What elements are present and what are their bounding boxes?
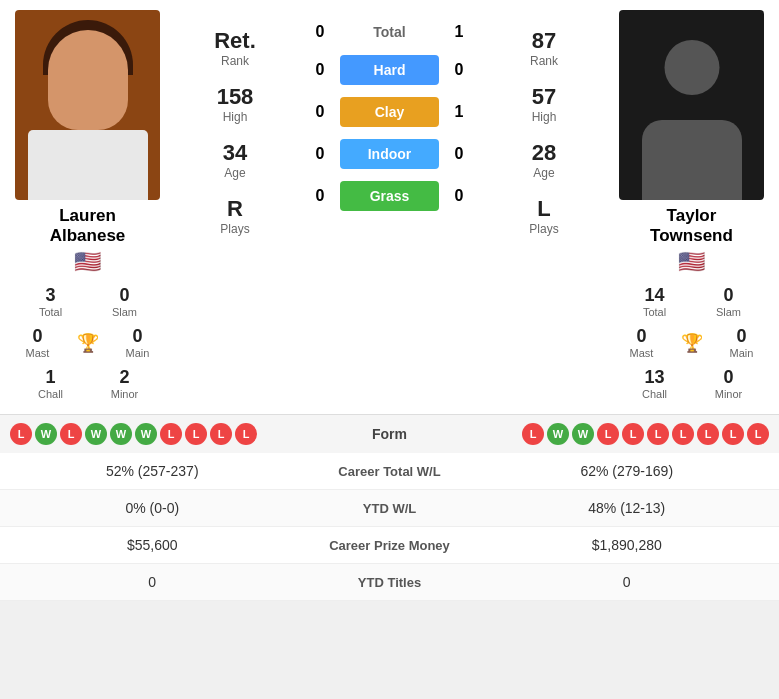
grass-button[interactable]: Grass: [340, 181, 439, 211]
right-middle-stats: 87 Rank 57 High 28 Age L Plays: [484, 10, 604, 404]
left-player-name: Lauren Albanese: [50, 206, 126, 246]
data-row-left-value: 0% (0-0): [15, 500, 290, 516]
left-minor-stat: 2 Minor: [90, 367, 160, 400]
data-row-center-label: Career Prize Money: [290, 538, 490, 553]
form-badge: W: [547, 423, 569, 445]
player-section: Lauren Albanese 🇺🇸 3 Total 0 Slam 0 Mast: [0, 0, 779, 414]
form-badge: L: [10, 423, 32, 445]
main-container: Lauren Albanese 🇺🇸 3 Total 0 Slam 0 Mast: [0, 0, 779, 601]
form-badge: L: [160, 423, 182, 445]
data-row: $55,600Career Prize Money$1,890,280: [0, 527, 779, 564]
right-high-stat: 57 High: [484, 84, 604, 124]
data-row-right-value: $1,890,280: [490, 537, 765, 553]
hard-row: 0 Hard 0: [295, 49, 484, 91]
form-badge: L: [672, 423, 694, 445]
right-trophy-icon: 🏆: [681, 332, 703, 354]
form-badge: L: [60, 423, 82, 445]
right-trophy: 🏆: [679, 322, 705, 363]
data-row-left-value: $55,600: [15, 537, 290, 553]
left-player-stats: 3 Total 0 Slam 0 Mast 🏆 0 Main: [0, 281, 175, 404]
right-age-stat: 28 Age: [484, 140, 604, 180]
form-badge: L: [747, 423, 769, 445]
hard-button[interactable]: Hard: [340, 55, 439, 85]
clay-button[interactable]: Clay: [340, 97, 439, 127]
sil-head: [664, 40, 719, 95]
grass-row: 0 Grass 0: [295, 175, 484, 217]
left-chall-stat: 1 Chall: [16, 367, 86, 400]
form-badge: W: [135, 423, 157, 445]
indoor-button[interactable]: Indoor: [340, 139, 439, 169]
center-surface-column: 0 Total 1 0 Hard 0 0 Clay 1 0 Indoor 0 0: [295, 10, 484, 404]
sil-body: [642, 120, 742, 200]
data-row-left-value: 52% (257-237): [15, 463, 290, 479]
form-badge: L: [185, 423, 207, 445]
form-badge: L: [622, 423, 644, 445]
player-left: Lauren Albanese 🇺🇸 3 Total 0 Slam 0 Mast: [0, 10, 175, 404]
left-slam-stat: 0 Slam: [90, 285, 160, 318]
shirt-decoration: [28, 130, 148, 200]
data-row-center-label: YTD W/L: [290, 501, 490, 516]
form-badge: L: [647, 423, 669, 445]
form-badge: W: [110, 423, 132, 445]
form-badge: L: [697, 423, 719, 445]
data-row-right-value: 48% (12-13): [490, 500, 765, 516]
form-badge: L: [210, 423, 232, 445]
left-total-stat: 3 Total: [16, 285, 86, 318]
clay-row: 0 Clay 1: [295, 91, 484, 133]
data-rows: 52% (257-237)Career Total W/L62% (279-16…: [0, 453, 779, 601]
left-trophy-icon: 🏆: [77, 332, 99, 354]
face-decoration: [48, 30, 128, 130]
data-row: 52% (257-237)Career Total W/L62% (279-16…: [0, 453, 779, 490]
form-section: LWLWWWLLLL Form LWWLLLLLLL: [0, 414, 779, 453]
total-row: 0 Total 1: [295, 15, 484, 49]
left-mast-stat: 0 Mast: [3, 326, 73, 359]
data-row-right-value: 62% (279-169): [490, 463, 765, 479]
left-age-stat: 34 Age: [175, 140, 295, 180]
form-badge: W: [85, 423, 107, 445]
data-row-center-label: YTD Titles: [290, 575, 490, 590]
left-high-stat: 158 High: [175, 84, 295, 124]
right-photo-inner: [619, 10, 764, 200]
right-main-stat: 0 Main: [707, 326, 777, 359]
left-main-stat: 0 Main: [103, 326, 173, 359]
right-player-flag: 🇺🇸: [678, 249, 705, 275]
left-middle-stats: Ret. Rank 158 High 34 Age R Plays: [175, 10, 295, 404]
left-plays-stat: R Plays: [175, 196, 295, 236]
player-right: Taylor Townsend 🇺🇸 14 Total 0 Slam 0 Mas…: [604, 10, 779, 404]
indoor-row: 0 Indoor 0: [295, 133, 484, 175]
right-player-photo: [619, 10, 764, 200]
right-rank-stat: 87 Rank: [484, 28, 604, 68]
form-badge: L: [597, 423, 619, 445]
left-form-badges: LWLWWWLLLL: [10, 423, 257, 445]
right-minor-stat: 0 Minor: [694, 367, 764, 400]
right-player-name: Taylor Townsend: [650, 206, 733, 246]
right-chall-stat: 13 Chall: [620, 367, 690, 400]
left-player-flag: 🇺🇸: [74, 249, 101, 275]
left-player-photo: [15, 10, 160, 200]
form-badge: L: [722, 423, 744, 445]
form-label: Form: [350, 426, 430, 442]
form-badge: W: [572, 423, 594, 445]
data-row: 0% (0-0)YTD W/L48% (12-13): [0, 490, 779, 527]
form-badge: L: [235, 423, 257, 445]
right-slam-stat: 0 Slam: [694, 285, 764, 318]
data-row-left-value: 0: [15, 574, 290, 590]
right-player-stats: 14 Total 0 Slam 0 Mast 🏆 0 Main: [604, 281, 779, 404]
right-mast-stat: 0 Mast: [607, 326, 677, 359]
data-row-right-value: 0: [490, 574, 765, 590]
left-trophy: 🏆: [75, 322, 101, 363]
data-row-center-label: Career Total W/L: [290, 464, 490, 479]
right-form-badges: LWWLLLLLLL: [522, 423, 769, 445]
form-badge: L: [522, 423, 544, 445]
right-total-stat: 14 Total: [620, 285, 690, 318]
form-badge: W: [35, 423, 57, 445]
data-row: 0YTD Titles0: [0, 564, 779, 601]
left-rank-stat: Ret. Rank: [175, 28, 295, 68]
right-plays-stat: L Plays: [484, 196, 604, 236]
